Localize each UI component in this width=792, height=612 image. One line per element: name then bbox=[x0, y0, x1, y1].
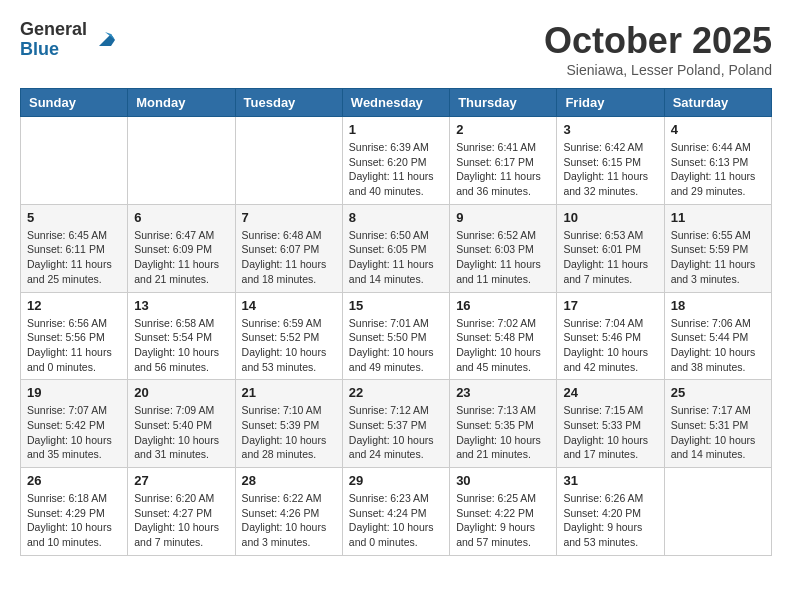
calendar-cell: 19Sunrise: 7:07 AM Sunset: 5:42 PM Dayli… bbox=[21, 380, 128, 468]
calendar-cell: 14Sunrise: 6:59 AM Sunset: 5:52 PM Dayli… bbox=[235, 292, 342, 380]
day-number: 19 bbox=[27, 385, 121, 400]
calendar-cell: 11Sunrise: 6:55 AM Sunset: 5:59 PM Dayli… bbox=[664, 204, 771, 292]
logo-general-text: General bbox=[20, 20, 87, 40]
location: Sieniawa, Lesser Poland, Poland bbox=[544, 62, 772, 78]
day-info: Sunrise: 7:01 AM Sunset: 5:50 PM Dayligh… bbox=[349, 316, 443, 375]
calendar-cell: 17Sunrise: 7:04 AM Sunset: 5:46 PM Dayli… bbox=[557, 292, 664, 380]
day-number: 28 bbox=[242, 473, 336, 488]
day-info: Sunrise: 6:50 AM Sunset: 6:05 PM Dayligh… bbox=[349, 228, 443, 287]
calendar-cell bbox=[664, 468, 771, 556]
calendar-cell: 5Sunrise: 6:45 AM Sunset: 6:11 PM Daylig… bbox=[21, 204, 128, 292]
day-number: 29 bbox=[349, 473, 443, 488]
calendar-cell: 26Sunrise: 6:18 AM Sunset: 4:29 PM Dayli… bbox=[21, 468, 128, 556]
day-info: Sunrise: 6:55 AM Sunset: 5:59 PM Dayligh… bbox=[671, 228, 765, 287]
day-info: Sunrise: 6:45 AM Sunset: 6:11 PM Dayligh… bbox=[27, 228, 121, 287]
calendar-cell bbox=[21, 117, 128, 205]
calendar-week-row: 19Sunrise: 7:07 AM Sunset: 5:42 PM Dayli… bbox=[21, 380, 772, 468]
day-info: Sunrise: 7:12 AM Sunset: 5:37 PM Dayligh… bbox=[349, 403, 443, 462]
logo: General Blue bbox=[20, 20, 119, 60]
calendar-cell: 29Sunrise: 6:23 AM Sunset: 4:24 PM Dayli… bbox=[342, 468, 449, 556]
calendar-table: SundayMondayTuesdayWednesdayThursdayFrid… bbox=[20, 88, 772, 556]
day-info: Sunrise: 6:44 AM Sunset: 6:13 PM Dayligh… bbox=[671, 140, 765, 199]
day-number: 17 bbox=[563, 298, 657, 313]
day-info: Sunrise: 6:58 AM Sunset: 5:54 PM Dayligh… bbox=[134, 316, 228, 375]
calendar-cell: 10Sunrise: 6:53 AM Sunset: 6:01 PM Dayli… bbox=[557, 204, 664, 292]
calendar-cell: 18Sunrise: 7:06 AM Sunset: 5:44 PM Dayli… bbox=[664, 292, 771, 380]
calendar-cell: 16Sunrise: 7:02 AM Sunset: 5:48 PM Dayli… bbox=[450, 292, 557, 380]
calendar-cell: 28Sunrise: 6:22 AM Sunset: 4:26 PM Dayli… bbox=[235, 468, 342, 556]
day-number: 21 bbox=[242, 385, 336, 400]
calendar-cell: 22Sunrise: 7:12 AM Sunset: 5:37 PM Dayli… bbox=[342, 380, 449, 468]
day-info: Sunrise: 6:23 AM Sunset: 4:24 PM Dayligh… bbox=[349, 491, 443, 550]
weekday-header-monday: Monday bbox=[128, 89, 235, 117]
calendar-cell: 31Sunrise: 6:26 AM Sunset: 4:20 PM Dayli… bbox=[557, 468, 664, 556]
day-number: 22 bbox=[349, 385, 443, 400]
calendar-cell: 15Sunrise: 7:01 AM Sunset: 5:50 PM Dayli… bbox=[342, 292, 449, 380]
calendar-week-row: 12Sunrise: 6:56 AM Sunset: 5:56 PM Dayli… bbox=[21, 292, 772, 380]
day-info: Sunrise: 6:20 AM Sunset: 4:27 PM Dayligh… bbox=[134, 491, 228, 550]
day-info: Sunrise: 6:39 AM Sunset: 6:20 PM Dayligh… bbox=[349, 140, 443, 199]
day-info: Sunrise: 7:02 AM Sunset: 5:48 PM Dayligh… bbox=[456, 316, 550, 375]
weekday-header-thursday: Thursday bbox=[450, 89, 557, 117]
day-number: 13 bbox=[134, 298, 228, 313]
day-info: Sunrise: 7:10 AM Sunset: 5:39 PM Dayligh… bbox=[242, 403, 336, 462]
day-info: Sunrise: 6:52 AM Sunset: 6:03 PM Dayligh… bbox=[456, 228, 550, 287]
day-info: Sunrise: 6:56 AM Sunset: 5:56 PM Dayligh… bbox=[27, 316, 121, 375]
day-number: 10 bbox=[563, 210, 657, 225]
calendar-cell: 20Sunrise: 7:09 AM Sunset: 5:40 PM Dayli… bbox=[128, 380, 235, 468]
day-number: 2 bbox=[456, 122, 550, 137]
calendar-cell: 24Sunrise: 7:15 AM Sunset: 5:33 PM Dayli… bbox=[557, 380, 664, 468]
day-number: 27 bbox=[134, 473, 228, 488]
calendar-week-row: 1Sunrise: 6:39 AM Sunset: 6:20 PM Daylig… bbox=[21, 117, 772, 205]
day-number: 7 bbox=[242, 210, 336, 225]
month-title: October 2025 bbox=[544, 20, 772, 62]
weekday-header-wednesday: Wednesday bbox=[342, 89, 449, 117]
calendar-cell: 3Sunrise: 6:42 AM Sunset: 6:15 PM Daylig… bbox=[557, 117, 664, 205]
day-number: 25 bbox=[671, 385, 765, 400]
calendar-cell bbox=[128, 117, 235, 205]
day-info: Sunrise: 6:59 AM Sunset: 5:52 PM Dayligh… bbox=[242, 316, 336, 375]
day-info: Sunrise: 7:07 AM Sunset: 5:42 PM Dayligh… bbox=[27, 403, 121, 462]
calendar-cell: 30Sunrise: 6:25 AM Sunset: 4:22 PM Dayli… bbox=[450, 468, 557, 556]
day-info: Sunrise: 7:09 AM Sunset: 5:40 PM Dayligh… bbox=[134, 403, 228, 462]
day-number: 18 bbox=[671, 298, 765, 313]
calendar-week-row: 26Sunrise: 6:18 AM Sunset: 4:29 PM Dayli… bbox=[21, 468, 772, 556]
calendar-cell: 27Sunrise: 6:20 AM Sunset: 4:27 PM Dayli… bbox=[128, 468, 235, 556]
day-info: Sunrise: 7:15 AM Sunset: 5:33 PM Dayligh… bbox=[563, 403, 657, 462]
day-number: 31 bbox=[563, 473, 657, 488]
calendar-cell: 12Sunrise: 6:56 AM Sunset: 5:56 PM Dayli… bbox=[21, 292, 128, 380]
day-info: Sunrise: 6:41 AM Sunset: 6:17 PM Dayligh… bbox=[456, 140, 550, 199]
day-number: 26 bbox=[27, 473, 121, 488]
day-number: 6 bbox=[134, 210, 228, 225]
day-info: Sunrise: 7:17 AM Sunset: 5:31 PM Dayligh… bbox=[671, 403, 765, 462]
day-number: 30 bbox=[456, 473, 550, 488]
logo-blue-text: Blue bbox=[20, 40, 87, 60]
day-number: 4 bbox=[671, 122, 765, 137]
day-number: 16 bbox=[456, 298, 550, 313]
calendar-cell: 9Sunrise: 6:52 AM Sunset: 6:03 PM Daylig… bbox=[450, 204, 557, 292]
calendar-cell: 13Sunrise: 6:58 AM Sunset: 5:54 PM Dayli… bbox=[128, 292, 235, 380]
day-info: Sunrise: 6:48 AM Sunset: 6:07 PM Dayligh… bbox=[242, 228, 336, 287]
day-number: 12 bbox=[27, 298, 121, 313]
calendar-cell: 23Sunrise: 7:13 AM Sunset: 5:35 PM Dayli… bbox=[450, 380, 557, 468]
day-number: 5 bbox=[27, 210, 121, 225]
calendar-cell: 1Sunrise: 6:39 AM Sunset: 6:20 PM Daylig… bbox=[342, 117, 449, 205]
title-block: October 2025 Sieniawa, Lesser Poland, Po… bbox=[544, 20, 772, 78]
day-number: 20 bbox=[134, 385, 228, 400]
day-info: Sunrise: 6:47 AM Sunset: 6:09 PM Dayligh… bbox=[134, 228, 228, 287]
day-info: Sunrise: 6:26 AM Sunset: 4:20 PM Dayligh… bbox=[563, 491, 657, 550]
calendar-cell: 21Sunrise: 7:10 AM Sunset: 5:39 PM Dayli… bbox=[235, 380, 342, 468]
svg-marker-0 bbox=[99, 34, 115, 46]
calendar-cell: 4Sunrise: 6:44 AM Sunset: 6:13 PM Daylig… bbox=[664, 117, 771, 205]
calendar-week-row: 5Sunrise: 6:45 AM Sunset: 6:11 PM Daylig… bbox=[21, 204, 772, 292]
day-info: Sunrise: 7:04 AM Sunset: 5:46 PM Dayligh… bbox=[563, 316, 657, 375]
calendar-cell: 8Sunrise: 6:50 AM Sunset: 6:05 PM Daylig… bbox=[342, 204, 449, 292]
calendar-cell: 25Sunrise: 7:17 AM Sunset: 5:31 PM Dayli… bbox=[664, 380, 771, 468]
page-header: General Blue October 2025 Sieniawa, Less… bbox=[20, 20, 772, 78]
day-number: 3 bbox=[563, 122, 657, 137]
day-info: Sunrise: 7:06 AM Sunset: 5:44 PM Dayligh… bbox=[671, 316, 765, 375]
weekday-header-saturday: Saturday bbox=[664, 89, 771, 117]
day-info: Sunrise: 6:22 AM Sunset: 4:26 PM Dayligh… bbox=[242, 491, 336, 550]
logo-icon bbox=[91, 26, 119, 54]
weekday-header-tuesday: Tuesday bbox=[235, 89, 342, 117]
